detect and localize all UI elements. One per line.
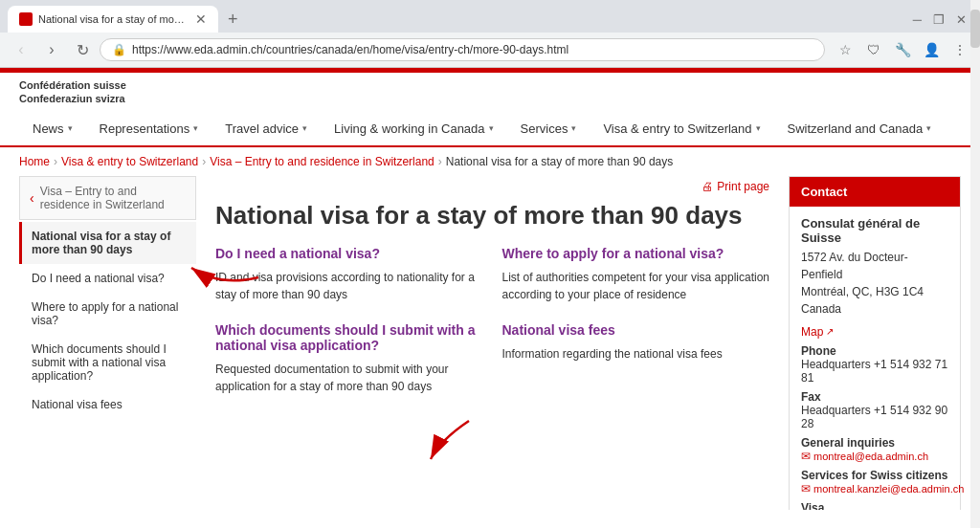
contact-body: Consulat général de Suisse 1572 Av. du D… bbox=[790, 207, 960, 510]
sidebar-item-0[interactable]: National visa for a stay of more than 90… bbox=[19, 222, 196, 264]
back-button[interactable]: ‹ bbox=[8, 36, 34, 63]
sidebar-back-icon: ‹ bbox=[30, 190, 34, 206]
print-link[interactable]: 🖨 Print page bbox=[215, 180, 769, 193]
nav-item-switzerland[interactable]: Switzerland and Canada ▾ bbox=[774, 112, 946, 145]
nav-arrow-living: ▾ bbox=[489, 123, 494, 133]
sidebar-parent-label: Visa – Entry to and residence in Switzer… bbox=[40, 185, 186, 211]
nav-arrow-visa: ▾ bbox=[756, 123, 761, 133]
contact-map-section: Map ↗ bbox=[801, 325, 948, 339]
nav-item-travel[interactable]: Travel advice ▾ bbox=[212, 112, 321, 145]
contact-swiss-label: Services for Swiss citizens bbox=[801, 469, 948, 482]
logo-area: Confédération suisse Confederaziun svizr… bbox=[0, 73, 980, 112]
extensions-icon[interactable]: 🔧 bbox=[890, 37, 915, 62]
nav-arrow-news: ▾ bbox=[68, 123, 73, 133]
sidebar-parent-item[interactable]: ‹ Visa – Entry to and residence in Switz… bbox=[19, 176, 196, 220]
main-nav: News ▾ Representations ▾ Travel advice ▾… bbox=[0, 112, 980, 147]
contact-phone-section: Phone Headquarters +1 514 932 71 81 bbox=[801, 344, 948, 385]
nav-item-representations[interactable]: Representations ▾ bbox=[86, 112, 212, 145]
site-wrapper: Confédération suisse Confederaziun svizr… bbox=[0, 68, 980, 510]
section-title-3[interactable]: Which documents should I submit with a n… bbox=[215, 322, 483, 353]
nav-arrow-switzerland: ▾ bbox=[926, 123, 931, 133]
tab-title: National visa for a stay of more t bbox=[38, 13, 186, 25]
nav-item-news[interactable]: News ▾ bbox=[19, 112, 86, 145]
breadcrumb-home[interactable]: Home bbox=[19, 155, 50, 168]
logo-line1: Confédération suisse bbox=[19, 79, 126, 91]
breadcrumb-visa-entry[interactable]: Visa & entry to Switzerland bbox=[61, 155, 198, 168]
contact-visa-section: Visa ✉ montreal.visa@eda.admin.ch bbox=[801, 501, 948, 510]
contact-general-email[interactable]: ✉ montreal@eda.admin.ch bbox=[801, 450, 948, 463]
browser-controls: ‹ › ↻ 🔒 https://www.eda.admin.ch/countri… bbox=[0, 33, 980, 67]
contact-general-label: General inquiries bbox=[801, 436, 948, 450]
print-icon: 🖨 bbox=[702, 180, 713, 193]
profile-icon[interactable]: 👤 bbox=[919, 37, 944, 62]
address-bar[interactable]: 🔒 https://www.eda.admin.ch/countries/can… bbox=[100, 38, 825, 61]
main-layout: ‹ Visa – Entry to and residence in Switz… bbox=[0, 176, 980, 503]
contact-panel: Contact Consulat général de Suisse 1572 … bbox=[789, 176, 961, 510]
contact-fax-label: Fax bbox=[801, 390, 948, 404]
nav-arrow-travel: ▾ bbox=[302, 123, 307, 133]
section-title-1[interactable]: Do I need a national visa? bbox=[215, 246, 483, 261]
contact-tab: Contact bbox=[790, 177, 960, 207]
menu-icon[interactable]: ⋮ bbox=[947, 37, 972, 62]
content-area: 🖨 Print page National visa for a stay of… bbox=[215, 176, 769, 503]
sidebar-item-3[interactable]: Which documents should I submit with a n… bbox=[19, 335, 196, 390]
section-title-2[interactable]: Where to apply for a national visa? bbox=[502, 246, 770, 261]
nav-arrow-services: ▾ bbox=[571, 123, 576, 133]
new-tab-button[interactable]: + bbox=[222, 10, 244, 30]
close-window-button[interactable]: ✕ bbox=[956, 12, 967, 27]
bookmark-icon[interactable]: ☆ bbox=[833, 37, 858, 62]
refresh-button[interactable]: ↻ bbox=[69, 36, 96, 63]
contact-general-section: General inquiries ✉ montreal@eda.admin.c… bbox=[801, 436, 948, 463]
content-section-1: Do I need a national visa? ID and visa p… bbox=[215, 246, 483, 303]
section-text-3: Requested documentation to submit with y… bbox=[215, 361, 483, 395]
contact-swiss-email[interactable]: ✉ montreal.kanzlei@eda.admin.ch bbox=[801, 482, 948, 495]
breadcrumb-sep-1: › bbox=[54, 155, 57, 168]
sidebar: ‹ Visa – Entry to and residence in Switz… bbox=[19, 176, 196, 503]
content-section-2: Where to apply for a national visa? List… bbox=[502, 246, 770, 303]
browser-chrome: National visa for a stay of more t ✕ + ─… bbox=[0, 0, 980, 68]
url-text: https://www.eda.admin.ch/countries/canad… bbox=[132, 43, 813, 56]
restore-button[interactable]: ❐ bbox=[933, 12, 945, 27]
sidebar-item-1[interactable]: Do I need a national visa? bbox=[19, 264, 196, 293]
breadcrumb: Home › Visa & entry to Switzerland › Vis… bbox=[0, 147, 980, 176]
contact-address: 1572 Av. du Docteur-PenfieldMontréal, QC… bbox=[801, 249, 948, 318]
contact-phone-label: Phone bbox=[801, 344, 948, 358]
minimize-button[interactable]: ─ bbox=[913, 12, 922, 27]
tab-favicon bbox=[19, 12, 33, 26]
content-grid: Do I need a national visa? ID and visa p… bbox=[215, 246, 769, 395]
page-title: National visa for a stay of more than 90… bbox=[215, 201, 769, 231]
email-icon-swiss: ✉ bbox=[801, 482, 811, 495]
external-link-icon: ↗ bbox=[826, 326, 834, 337]
section-text-1: ID and visa provisions according to nati… bbox=[215, 269, 483, 303]
scrollbar[interactable] bbox=[970, 68, 980, 510]
contact-map-link[interactable]: Map ↗ bbox=[801, 325, 948, 339]
breadcrumb-visa-residence[interactable]: Visa – Entry to and residence in Switzer… bbox=[210, 155, 434, 168]
contact-name: Consulat général de Suisse bbox=[801, 216, 948, 245]
email-icon-general: ✉ bbox=[801, 450, 811, 463]
section-title-4[interactable]: National visa fees bbox=[502, 322, 770, 338]
print-anchor[interactable]: 🖨 Print page bbox=[215, 180, 769, 193]
logo-line2: Confederaziun svizra bbox=[19, 93, 125, 104]
nav-item-services[interactable]: Services ▾ bbox=[507, 112, 590, 145]
nav-inner: News ▾ Representations ▾ Travel advice ▾… bbox=[0, 112, 980, 145]
forward-button[interactable]: › bbox=[38, 36, 65, 63]
content-wrapper: 🖨 Print page National visa for a stay of… bbox=[215, 176, 961, 503]
tab-bar: National visa for a stay of more t ✕ + ─… bbox=[0, 0, 980, 33]
contact-fax-section: Fax Headquarters +1 514 932 90 28 bbox=[801, 390, 948, 430]
nav-item-living[interactable]: Living & working in Canada ▾ bbox=[321, 112, 507, 145]
section-text-2: List of authorities competent for your v… bbox=[502, 269, 770, 303]
active-tab[interactable]: National visa for a stay of more t ✕ bbox=[8, 6, 218, 33]
contact-visa-label: Visa bbox=[801, 501, 948, 510]
sidebar-item-4[interactable]: National visa fees bbox=[19, 390, 196, 419]
shield-icon[interactable]: 🛡 bbox=[861, 37, 886, 62]
contact-phone-value: Headquarters +1 514 932 71 81 bbox=[801, 358, 948, 385]
breadcrumb-sep-3: › bbox=[438, 155, 442, 168]
tab-close-button[interactable]: ✕ bbox=[195, 11, 207, 27]
contact-fax-value: Headquarters +1 514 932 90 28 bbox=[801, 404, 948, 430]
toolbar-icons: ☆ 🛡 🔧 👤 ⋮ bbox=[833, 37, 972, 62]
lock-icon: 🔒 bbox=[112, 43, 126, 56]
sidebar-item-2[interactable]: Where to apply for a national visa? bbox=[19, 293, 196, 335]
breadcrumb-sep-2: › bbox=[202, 155, 206, 168]
logo-title: Confédération suisse Confederaziun svizr… bbox=[19, 78, 961, 106]
nav-item-visa[interactable]: Visa & entry to Switzerland ▾ bbox=[590, 112, 773, 145]
